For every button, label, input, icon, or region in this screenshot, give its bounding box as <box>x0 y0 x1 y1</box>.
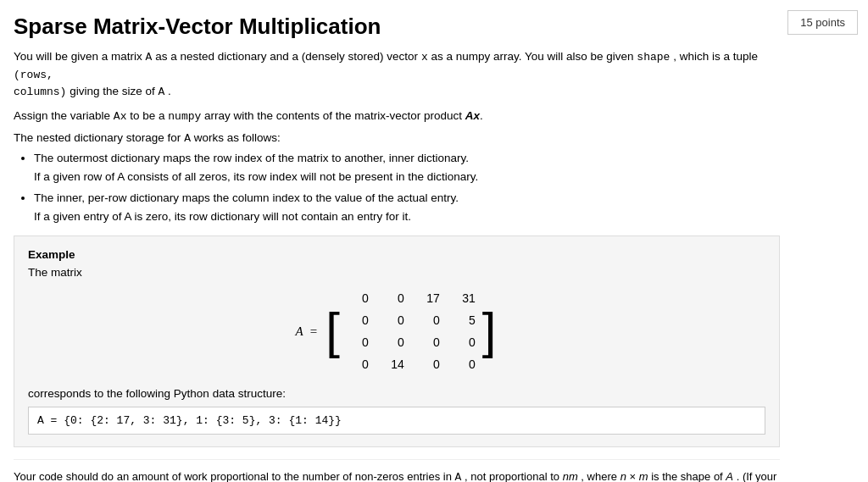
corresponds-text: corresponds to the following Python data… <box>28 387 765 400</box>
cell-1-2: 0 <box>421 313 445 327</box>
bullet-1-main: The outermost dictionary maps the row in… <box>34 152 469 164</box>
bullet-1-sub: If a given row of A consists of all zero… <box>34 169 780 186</box>
cell-0-0: 0 <box>350 291 374 305</box>
cell-2-2: 0 <box>421 335 445 349</box>
cell-3-3: 0 <box>457 357 481 371</box>
cell-3-2: 0 <box>421 357 445 371</box>
intro-text2: as a nested dictionary and a (densely st… <box>155 50 418 63</box>
assign-text1: Assign the variable <box>14 109 110 122</box>
nested-A: A <box>184 132 191 145</box>
points-box: 15 points <box>787 10 858 35</box>
intro-text4: , which is a tuple <box>673 50 758 63</box>
example-matrix-text: The matrix <box>28 266 765 279</box>
assign-text3: array with the contents of the matrix-ve… <box>204 109 462 122</box>
intro-shape: shape <box>637 51 670 64</box>
cell-0-1: 0 <box>386 291 409 305</box>
footer-nm: nm <box>563 470 578 482</box>
bullet-list: The outermost dictionary maps the row in… <box>34 150 780 225</box>
intro-shape-tuple: (rows, <box>14 69 53 81</box>
cell-1-3: 5 <box>457 313 481 327</box>
bullet-item-2: The inner, per-row dictionary maps the c… <box>34 190 780 226</box>
intro-paragraph: You will be given a matrix A as a nested… <box>14 48 780 101</box>
assign-ax: Ax <box>114 110 127 123</box>
intro-giving: giving the size of <box>70 85 155 97</box>
bracket-right-icon: ] <box>482 287 497 375</box>
footer-A: A <box>455 471 462 482</box>
cell-1-0: 0 <box>350 313 374 327</box>
cell-2-0: 0 <box>350 335 374 349</box>
matrix-grid: 0 0 17 31 0 0 0 5 0 0 0 0 <box>342 287 481 375</box>
cell-2-1: 0 <box>386 335 409 349</box>
eq-sign: = <box>310 324 317 339</box>
footer-n: n <box>620 470 626 482</box>
intro-columns: columns) <box>14 86 66 98</box>
cell-0-2: 17 <box>421 291 445 305</box>
intro-A2: A <box>159 86 165 98</box>
cell-3-1: 14 <box>386 357 409 371</box>
page-title: Sparse Matrix-Vector Multiplication <box>14 14 780 40</box>
assign-period: . <box>480 109 483 122</box>
nested-dict-paragraph: The nested dictionary storage for A work… <box>14 131 780 145</box>
main-content: Sparse Matrix-Vector Multiplication 15 p… <box>0 0 797 482</box>
nested-prefix: The nested dictionary storage for <box>14 131 181 144</box>
example-box: Example The matrix A = [ 0 0 17 31 0 0 <box>14 235 780 447</box>
assign-numpy: numpy <box>168 110 201 123</box>
intro-x: x <box>421 51 428 64</box>
matrix-container: A = [ 0 0 17 31 0 0 0 5 <box>28 287 765 375</box>
footer-times: × <box>629 470 636 482</box>
example-label: Example <box>28 248 765 261</box>
cell-1-1: 0 <box>386 313 409 327</box>
nested-suffix: works as follows: <box>194 131 281 144</box>
bullet-2-main: The inner, per-row dictionary maps the c… <box>34 191 459 204</box>
footer-text: Your code should do an amount of work pr… <box>14 459 780 482</box>
assign-text2: to be a <box>130 109 164 122</box>
matrix-bracket-wrap: [ 0 0 17 31 0 0 0 5 0 0 <box>324 287 498 375</box>
intro-text3: as a numpy array. You will also be given <box>431 50 633 63</box>
code-block: A = {0: {2: 17, 3: 31}, 1: {3: 5}, 3: {1… <box>28 407 765 435</box>
footer-text1: Your code should do an amount of work pr… <box>14 470 452 482</box>
assign-paragraph: Assign the variable Ax to be a numpy arr… <box>14 108 780 125</box>
intro-period: . <box>168 85 171 97</box>
bracket-left-icon: [ <box>326 287 340 375</box>
cell-3-0: 0 <box>350 357 374 371</box>
cell-0-3: 31 <box>457 291 481 305</box>
footer-A2: A <box>726 470 733 482</box>
matrix-equation: A = [ 0 0 17 31 0 0 0 5 <box>296 287 498 375</box>
intro-text1: You will be given a matrix <box>14 50 142 63</box>
matrix-var: A <box>296 324 303 339</box>
cell-2-3: 0 <box>457 335 481 349</box>
points-label: 15 points <box>800 16 845 29</box>
bullet-2-sub: If a given entry of A is zero, its row d… <box>34 208 780 225</box>
intro-A: A <box>146 51 153 64</box>
footer-text3: , where <box>581 470 617 482</box>
footer-text2: , not proportional to <box>465 470 559 482</box>
footer-m: m <box>639 470 648 482</box>
footer-text4: is the shape of <box>651 470 723 482</box>
bullet-item-1: The outermost dictionary maps the row in… <box>34 150 780 186</box>
assign-ax-math: Ax <box>465 109 480 122</box>
